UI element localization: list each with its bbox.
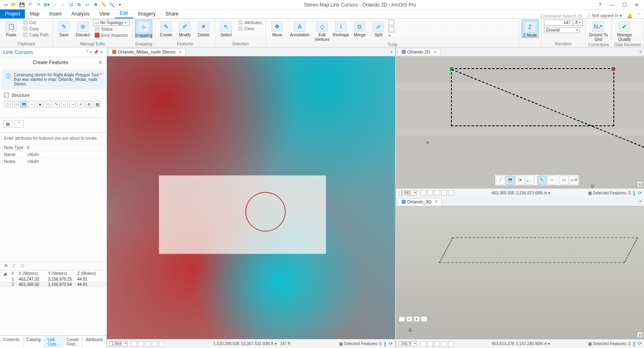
attr-collapse-icon[interactable]: ˄ [15,120,24,127]
tool-right-angle[interactable]: ⬒ [20,101,27,107]
back-icon[interactable]: ← [51,2,58,8]
tools-gallery-expand-icon[interactable]: ▾ [389,33,394,38]
clear-button[interactable]: Clear [236,26,263,31]
tool-ellipse[interactable]: ⬭ [45,101,51,107]
seg-right-angle[interactable]: ⬒ [506,176,515,185]
error-inspector-button[interactable]: Error Inspector [93,32,130,38]
sketch-toolbar-gear-icon[interactable]: ⚙ [591,184,595,188]
tool-more[interactable]: ▦ [94,101,100,107]
sb-ic3[interactable] [145,341,151,347]
tab-map[interactable]: Map [25,9,44,18]
tool-autocomplete[interactable]: ⟀ [61,101,68,107]
tool-square[interactable]: ■ [37,101,43,107]
stereo-scale[interactable]: 1:964 [109,341,128,346]
copy-button[interactable]: Copy [21,26,50,31]
tab-contents[interactable]: Contents [0,336,23,348]
ribbon-collapse-icon[interactable]: ˄ [637,13,640,18]
nav-up-icon[interactable]: ˄ [399,316,405,322]
paste-button[interactable]: 📋Paste [2,20,20,37]
vertex-end[interactable] [612,67,615,71]
seg-line[interactable]: ╱ [496,176,505,185]
refresh3d-icon[interactable]: ⟳ [638,341,642,346]
tab-project[interactable]: Project [0,9,25,18]
3d-tabstrip-menu-icon[interactable]: ▾ [640,199,644,203]
tab-edit[interactable]: Edit [115,9,133,18]
surface-combo[interactable]: Ground▾ [544,27,580,33]
tab-link-cursors[interactable]: Link Curs... [44,336,63,348]
tab-analysis[interactable]: Analysis [67,9,95,18]
extent-icon[interactable]: ⊡ [68,2,74,8]
hamburger-icon[interactable]: ≡ [99,60,104,65]
discard-button[interactable]: ⊘Discard [74,20,91,37]
info-close-icon[interactable]: ✕ [99,72,102,76]
layout-icon[interactable]: ⊞▾ [43,2,50,8]
sb-ic4[interactable] [152,341,158,347]
redo-icon[interactable]: ↷ [35,2,42,8]
tool-extra-2[interactable] [389,27,394,32]
maximize-icon[interactable]: ☐ [619,1,630,9]
3d-tab-close-icon[interactable]: ✕ [435,199,438,204]
nav-north-icon[interactable]: ✳ [413,316,420,322]
copy-path-button[interactable]: Copy Path [21,32,50,38]
notifications-icon[interactable]: 🔔 [627,13,633,18]
vertex-start[interactable] [450,67,453,71]
sb-ic5[interactable] [159,341,164,347]
save-button[interactable]: ✎Save [56,20,73,37]
vertex-edit[interactable]: ↖ [537,176,546,185]
delete-button[interactable]: ✕Delete [195,20,212,37]
refresh-icon[interactable]: ⟳ [389,341,393,346]
merge-button[interactable]: ⧉Merge [351,20,368,37]
tool-extra-1[interactable] [389,20,394,25]
command-search[interactable]: Command Search (!) [540,13,582,18]
tool-stream[interactable]: ≡ [78,101,84,107]
explore-icon[interactable]: ✥ [92,2,99,8]
stereo-tab[interactable]: Orlando_Midas_nadir Stereo ✕ [109,48,186,55]
vertex-delete-icon[interactable]: ✕ [2,263,9,269]
template-structure[interactable]: Structure [0,91,107,99]
navigator-compass[interactable] [402,322,418,338]
scene-3d-view[interactable]: ˄ ⤢ ✳ ⋯ ▥ [396,206,644,339]
tool-trace[interactable]: ⤳ [69,101,76,107]
2d-tab[interactable]: Orlando 2D ✕ [398,48,440,55]
locate-icon[interactable]: 🔍 [109,2,115,8]
pause3d-icon[interactable]: ‖ [633,341,635,346]
snapping-button[interactable]: ⊹Snapping [135,20,152,38]
pane-help-icon[interactable]: ? [86,50,88,54]
modify-button[interactable]: ✐Modify [176,20,193,37]
vertex-add[interactable]: ⊹ [547,176,556,185]
stereo-tabstrip-menu-icon[interactable]: ▾ [391,50,395,54]
open-icon[interactable]: 📂 [11,2,17,8]
status-button[interactable]: Status [93,26,130,32]
nav-more-icon[interactable]: ⋯ [421,316,427,322]
2d-tab-close-icon[interactable]: ✕ [433,50,437,54]
close-icon[interactable]: ✕ [631,1,642,9]
topology-combo[interactable]: ▭No Topology▾ [93,20,130,26]
annotation-button[interactable]: AAnnotation [287,20,312,37]
fwd-icon[interactable]: → [60,2,66,8]
cut-button[interactable]: Cut [21,20,50,25]
bookmark-icon[interactable]: ⧉ [76,2,82,8]
elevation-value[interactable]: 147 [544,20,573,26]
tab-attributes[interactable]: Attributes [82,336,107,348]
refresh2d-icon[interactable]: ⟳ [638,190,642,196]
tab-create-features[interactable]: Create Feat... [63,336,82,348]
pause2d-icon[interactable]: ‖ [633,190,635,196]
split-button[interactable]: ⫻Split [370,20,387,37]
pane-pin-icon[interactable]: 📌 [93,50,98,54]
cancel-sketch[interactable]: ▭✕ [569,176,578,185]
move-button[interactable]: ✥Move [269,20,286,37]
tool-rect[interactable]: ▭ [12,101,19,107]
create-button[interactable]: ✎Create [158,20,175,37]
zmode-button[interactable]: ZZ Mode [522,20,539,38]
qat-more-icon[interactable]: ▾ [117,2,123,8]
tab-insert[interactable]: Insert [44,9,67,18]
finish-sketch[interactable]: ▭ [560,176,568,185]
undo-icon[interactable]: ↶ [27,2,33,8]
attr-row-notes[interactable]: Notes<Null> [0,158,107,165]
tool-radial[interactable]: ⊕ [86,101,92,107]
pane-menu-icon[interactable]: ▾ [90,50,92,54]
tab-share[interactable]: Share [160,9,183,18]
map-2d-view[interactable]: + ╱ ⬒ ⟆▾ ⟀▾ ↖ ⊹ ▭ ▭✕ ⚙ ▥ [396,56,644,188]
tool-polygon[interactable]: ◇ [4,101,11,107]
minimize-icon[interactable]: — [606,1,618,9]
